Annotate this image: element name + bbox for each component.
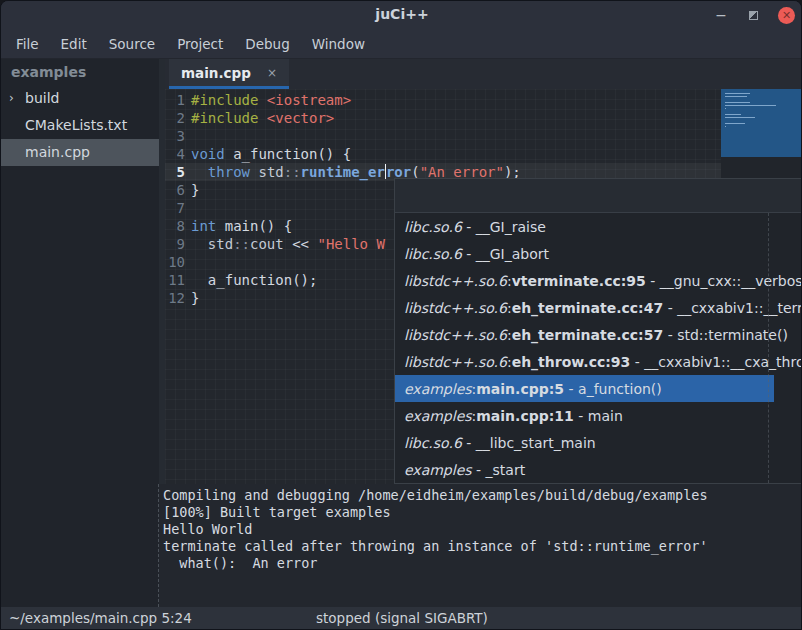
line-number: 9 xyxy=(165,235,191,253)
backtrace-row-5[interactable]: libstdc++.so.6:eh_terminate.cc:57 - std:… xyxy=(395,321,802,348)
output-line: Hello World xyxy=(163,521,802,538)
backtrace-popup: libc.so.6 - __GI_raiselibc.so.6 - __GI_a… xyxy=(394,178,802,484)
line-number: 1 xyxy=(165,91,191,109)
line-number: 5 xyxy=(165,163,191,181)
code-line-1[interactable]: 1#include <iostream> xyxy=(165,91,721,109)
menu-debug[interactable]: Debug xyxy=(234,32,300,56)
line-number: 8 xyxy=(165,217,191,235)
line-number: 4 xyxy=(165,145,191,163)
window-controls: − ✕ xyxy=(713,1,795,29)
close-button[interactable]: ✕ xyxy=(778,7,795,24)
backtrace-row-2[interactable]: libc.so.6 - __GI_abort xyxy=(395,240,802,267)
backtrace-row-3[interactable]: libstdc++.so.6:vterminate.cc:95 - __gnu_… xyxy=(395,267,802,294)
tree-item-build[interactable]: ›build xyxy=(1,85,159,112)
menu-file[interactable]: File xyxy=(5,32,50,56)
popup-guide-line xyxy=(768,213,769,483)
code-line-3[interactable]: 3 xyxy=(165,127,721,145)
backtrace-row-1[interactable]: libc.so.6 - __GI_raise xyxy=(395,213,802,240)
menubar: FileEditSourceProjectDebugWindow xyxy=(1,29,802,59)
backtrace-list: libc.so.6 - __GI_raiselibc.so.6 - __GI_a… xyxy=(395,213,802,483)
tree-item-main-cpp[interactable]: main.cpp xyxy=(1,139,159,166)
backtrace-row-6[interactable]: libstdc++.so.6:eh_throw.cc:93 - __cxxabi… xyxy=(395,348,802,375)
output-terminal[interactable]: Compiling and debugging /home/eidheim/ex… xyxy=(158,484,802,607)
output-line: terminate called after throwing an insta… xyxy=(163,538,802,555)
backtrace-row-7[interactable]: examples:main.cpp:5 - a_function() xyxy=(395,375,802,402)
chevron-right-icon[interactable]: › xyxy=(9,85,14,112)
line-number: 2 xyxy=(165,109,191,127)
statusbar: ~/examples/main.cpp 5:24 stopped (signal… xyxy=(1,607,802,630)
minimap[interactable] xyxy=(721,89,801,157)
backtrace-row-10[interactable]: examples - _start xyxy=(395,456,802,483)
menu-window[interactable]: Window xyxy=(301,32,376,56)
status-debug-state: stopped (signal SIGABRT) xyxy=(316,610,488,626)
window-title: juCi++ xyxy=(1,6,802,22)
output-line: [100%] Built target examples xyxy=(163,504,802,521)
code-line-2[interactable]: 2#include <vector> xyxy=(165,109,721,127)
juci-window: juCi++ − ✕ FileEditSourceProjectDebugWin… xyxy=(0,0,802,630)
menu-edit[interactable]: Edit xyxy=(50,32,98,56)
output-line: Compiling and debugging /home/eidheim/ex… xyxy=(163,487,802,504)
minimize-button[interactable]: − xyxy=(713,7,729,23)
code-line-4[interactable]: 4void a_function() { xyxy=(165,145,721,163)
tab-label: main.cpp xyxy=(181,65,251,81)
output-line: what(): An error xyxy=(163,555,802,572)
backtrace-row-9[interactable]: libc.so.6 - __libc_start_main xyxy=(395,429,802,456)
tree-item-cmakelists-txt[interactable]: CMakeLists.txt xyxy=(1,112,159,139)
line-number: 3 xyxy=(165,127,191,145)
file-tree-sidebar: examples ›buildCMakeLists.txtmain.cpp xyxy=(1,59,159,607)
menu-project[interactable]: Project xyxy=(166,32,234,56)
status-file-location: ~/examples/main.cpp 5:24 xyxy=(9,610,192,626)
backtrace-row-8[interactable]: examples:main.cpp:11 - main xyxy=(395,402,802,429)
popup-search-input[interactable] xyxy=(395,179,802,213)
tab-main-cpp[interactable]: main.cpp × xyxy=(169,59,289,89)
menu-source[interactable]: Source xyxy=(98,32,166,56)
tabbar: main.cpp × xyxy=(165,59,802,89)
line-number: 7 xyxy=(165,199,191,217)
project-name-header: examples xyxy=(1,59,159,85)
titlebar[interactable]: juCi++ − ✕ xyxy=(1,1,802,29)
line-number: 11 xyxy=(165,271,191,289)
line-number: 6 xyxy=(165,181,191,199)
backtrace-row-4[interactable]: libstdc++.so.6:eh_terminate.cc:47 - __cx… xyxy=(395,294,802,321)
line-number: 10 xyxy=(165,253,191,271)
restore-icon[interactable] xyxy=(749,11,758,20)
tab-close-icon[interactable]: × xyxy=(267,66,277,80)
line-number: 12 xyxy=(165,289,191,307)
